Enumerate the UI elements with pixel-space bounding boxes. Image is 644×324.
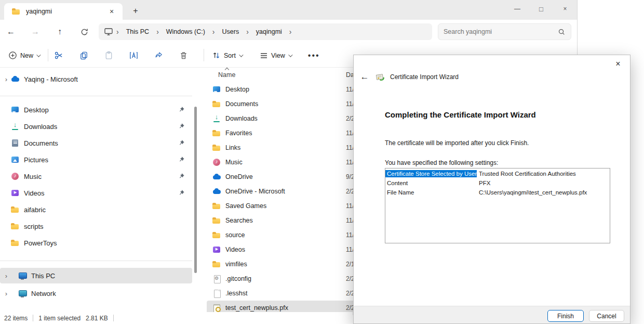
address-bar: ← → ↑ › This PC › Windows (C:) ›	[0, 20, 577, 44]
breadcrumb-label[interactable]: yaqingmi	[252, 27, 286, 37]
file-row[interactable]: OneDrive 9/2	[207, 170, 363, 184]
file-name: Desktop	[225, 86, 249, 93]
file-name: Links	[225, 144, 240, 151]
settings-row[interactable]: Content PFX	[385, 178, 610, 187]
cancel-button[interactable]: Cancel	[589, 310, 624, 322]
file-row[interactable]: Documents 11/	[207, 97, 363, 111]
sidebar-item-label: aifabric	[24, 206, 192, 214]
sidebar-item[interactable]: Videos	[0, 185, 192, 201]
file-row[interactable]: vimfiles 2/1	[207, 257, 363, 271]
file-row[interactable]: Desktop 11/	[207, 82, 363, 97]
file-row[interactable]: OneDrive - Microsoft 2/2	[207, 184, 363, 199]
explorer-tab[interactable]: yaqingmi ×	[4, 3, 123, 20]
file-row[interactable]: Searches 11/	[207, 213, 363, 228]
wizard-heading: Completing the Certificate Import Wizard	[385, 110, 536, 119]
sidebar-item[interactable]: aifabric	[0, 201, 192, 218]
more-button[interactable]: •••	[304, 48, 324, 63]
file-name: Videos	[225, 246, 245, 253]
sidebar-scrollbar[interactable]	[194, 107, 197, 273]
chevron-expand-icon[interactable]: ›	[2, 272, 10, 280]
breadcrumb-item[interactable]: Users ›	[218, 27, 251, 37]
minimize-button[interactable]: —	[505, 0, 529, 18]
sidebar-item[interactable]: Pictures	[0, 151, 192, 168]
sidebar-item[interactable]: Desktop	[0, 101, 192, 118]
pin-icon	[178, 173, 185, 180]
file-rows: Desktop 11/ Documents 11/ Downloads 2/2	[207, 82, 363, 315]
breadcrumb-item[interactable]: This PC ›	[122, 27, 162, 37]
file-row[interactable]: Music 11/	[207, 155, 363, 170]
sidebar-item[interactable]: PowerToys	[0, 235, 192, 251]
sort-button-label: Sort	[224, 52, 236, 59]
folder-icon	[10, 205, 20, 214]
breadcrumb-label[interactable]: This PC	[122, 27, 153, 37]
sidebar-item[interactable]: › Network	[0, 286, 192, 301]
divider	[0, 261, 192, 261]
refresh-button[interactable]	[77, 25, 91, 38]
file-list: Name Da Desktop 11/ Documents 11/	[207, 68, 363, 315]
file-row[interactable]: .lesshst 2/2	[207, 286, 363, 301]
settings-rows: Certificate Store Selected by User Trust…	[385, 169, 610, 197]
name-column-header[interactable]: Name	[218, 71, 235, 79]
delete-button[interactable]	[175, 47, 192, 64]
search-input[interactable]	[444, 28, 558, 35]
file-icon	[212, 128, 221, 138]
file-row[interactable]: source 11/	[207, 228, 363, 242]
breadcrumb-item[interactable]: Windows (C:) ›	[162, 27, 218, 37]
rename-icon	[129, 50, 139, 60]
file-icon	[212, 230, 221, 240]
file-row[interactable]: Links 11/	[207, 140, 363, 155]
column-headers: Name Da	[207, 68, 363, 82]
chevron-expand-icon[interactable]: ›	[2, 75, 10, 83]
new-tab-button[interactable]: +	[129, 4, 142, 18]
settings-row[interactable]: File Name C:\Users\yaqingmi\test_cert_ne…	[385, 188, 610, 197]
setting-key: Certificate Store Selected by User	[385, 170, 477, 177]
file-name: .gitconfig	[225, 275, 251, 282]
cut-button[interactable]	[50, 47, 68, 64]
back-button[interactable]: ←	[4, 25, 18, 38]
copy-button[interactable]	[75, 47, 92, 64]
sidebar-item[interactable]: Downloads	[0, 118, 192, 135]
new-button[interactable]: New	[4, 48, 44, 63]
sidebar-item[interactable]: Music	[0, 168, 192, 185]
file-row[interactable]: Saved Games 11/	[207, 199, 363, 213]
search-box[interactable]	[438, 23, 571, 40]
maximize-button[interactable]: □	[529, 0, 553, 18]
file-row[interactable]: Downloads 2/2	[207, 111, 363, 126]
file-row[interactable]: .gitconfig 2/2	[207, 271, 363, 286]
breadcrumb-label[interactable]: Users	[218, 27, 243, 37]
sidebar-item[interactable]: › This PC	[0, 268, 192, 283]
tab-close-icon[interactable]: ×	[106, 6, 117, 17]
setting-value: PFX	[477, 179, 610, 187]
sidebar-item[interactable]: Documents	[0, 135, 192, 151]
scissors-icon	[54, 50, 64, 60]
file-row[interactable]: Videos 11/	[207, 242, 363, 257]
rename-button[interactable]	[125, 47, 142, 64]
sidebar-item[interactable]: scripts	[0, 218, 192, 235]
dialog-close-button[interactable]: ×	[610, 57, 626, 71]
sort-button[interactable]: Sort	[208, 48, 246, 63]
file-name: test_cert_newplus.pfx	[225, 304, 288, 312]
file-name: Searches	[225, 217, 253, 224]
file-name: OneDrive	[225, 173, 253, 180]
chevron-expand-icon[interactable]: ›	[2, 290, 10, 297]
sidebar-item-label: Desktop	[24, 106, 178, 114]
share-button[interactable]	[150, 47, 167, 64]
file-row[interactable]: Favorites 11/	[207, 126, 363, 140]
finish-button[interactable]: Finish	[547, 310, 584, 322]
dialog-back-button[interactable]: ←	[359, 72, 370, 82]
chevron-down-icon	[288, 53, 292, 57]
wizard-info-text: The certificate will be imported after y…	[385, 139, 529, 147]
new-button-label: New	[20, 52, 33, 59]
sidebar-item-label: Network	[31, 290, 192, 297]
chevron-right-icon: ›	[153, 28, 162, 36]
settings-row[interactable]: Certificate Store Selected by User Trust…	[385, 169, 610, 178]
breadcrumb-label[interactable]: Windows (C:)	[162, 27, 209, 37]
chevron-right-icon: ›	[209, 28, 218, 36]
view-button[interactable]: View	[256, 48, 296, 63]
breadcrumb-item[interactable]: yaqingmi ›	[252, 27, 295, 37]
close-button[interactable]: ×	[553, 0, 577, 18]
up-button[interactable]: ↑	[53, 25, 66, 38]
divider	[113, 315, 114, 321]
divider	[33, 315, 33, 321]
sidebar-item-onedrive[interactable]: › Yaqing - Microsoft	[0, 72, 192, 86]
